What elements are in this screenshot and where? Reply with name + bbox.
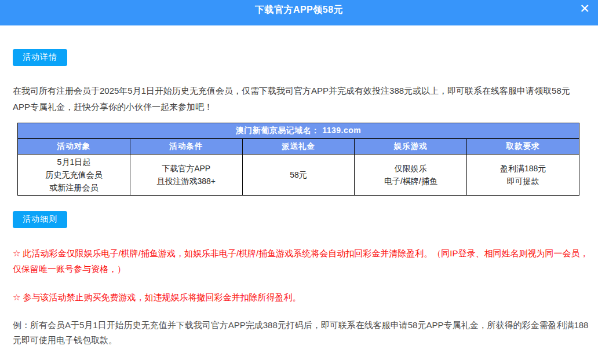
table-header-row: 活动对象 活动条件 派送礼金 娱乐游戏 取款要求 [18,139,579,155]
promo-table: 澳门新葡京易记域名： 1139.com 活动对象 活动条件 派送礼金 娱乐游戏 … [17,123,579,196]
column-header-bonus: 派送礼金 [242,139,355,155]
rule-item: ☆ 参与该活动禁止购买免费游戏，如违规娱乐将撤回彩金并扣除所得盈利。 [13,289,589,305]
table-row: 5月1日起 历史无充值会员 或新注册会员 下载官方APP 且投注游戏388+ 5… [18,155,579,196]
modal-content: 活动详情 在我司所有注册会员于2025年5月1日开始历史无充值会员，仅需下载我司… [0,25,598,348]
rule-item: ☆ 此活动彩金仅限娱乐电子/棋牌/捕鱼游戏，如娱乐非电子/棋牌/捕鱼游戏系统将会… [13,245,589,277]
cell-target: 5月1日起 历史无充值会员 或新注册会员 [18,155,130,196]
badge-activity-rules: 活动细则 [13,211,67,228]
cell-bonus: 58元 [242,155,355,196]
badge-activity-details: 活动详情 [13,49,67,66]
cell-condition: 下载官方APP 且投注游戏388+ [130,155,242,196]
table-caption: 澳门新葡京易记域名： 1139.com [18,123,579,139]
cell-withdrawal: 盈利满188元 即可提款 [467,155,579,196]
table-caption-row: 澳门新葡京易记域名： 1139.com [18,123,579,139]
rules-block: ☆ 此活动彩金仅限娱乐电子/棋牌/捕鱼游戏，如娱乐非电子/棋牌/捕鱼游戏系统将会… [13,245,589,305]
cell-games: 仅限娱乐 电子/棋牌/捕鱼 [355,155,467,196]
close-icon[interactable]: ✕ [577,1,592,16]
column-header-target: 活动对象 [18,139,130,155]
activity-description: 在我司所有注册会员于2025年5月1日开始历史无充值会员，仅需下载我司官方APP… [13,83,586,115]
page-title: 下载官方APP领58元 [0,4,598,16]
column-header-withdrawal: 取款要求 [467,139,579,155]
rule-example: 例：所有会员A于5月1日开始历史无充值并下载我司官方APP完成388元打码后，即… [13,318,589,348]
modal-header-bar: 下载官方APP领58元 ✕ [0,0,598,25]
column-header-condition: 活动条件 [130,139,242,155]
column-header-games: 娱乐游戏 [355,139,467,155]
